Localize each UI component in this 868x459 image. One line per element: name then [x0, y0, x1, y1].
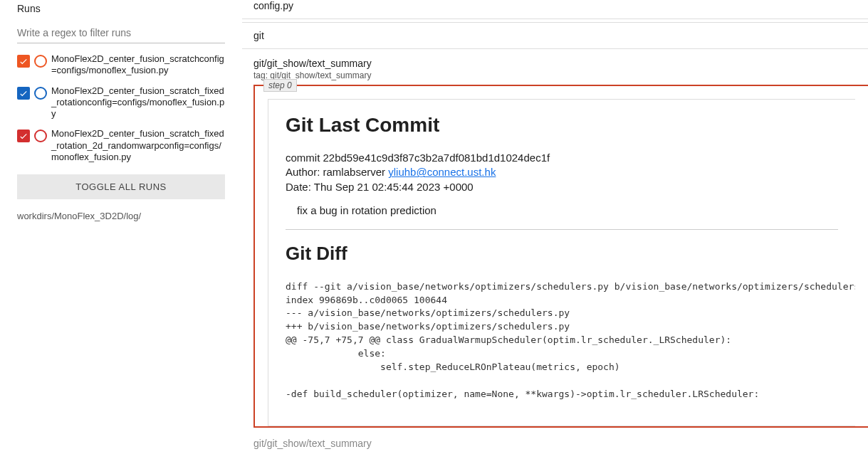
checkbox-icon[interactable] [17, 130, 30, 142]
runs-header: Runs [6, 0, 236, 14]
run-item: MonoFlex2D_center_fusion_scratch_fixed_r… [6, 81, 236, 125]
tag-title: git/git_show/text_summary [242, 52, 868, 70]
tag-subtitle: tag: git/git_show/text_summary [242, 70, 868, 85]
git-commit-heading: Git Last Commit [286, 114, 838, 137]
text-summary-card: step 0 Git Last Commit commit 22bd59e41c… [253, 85, 868, 428]
next-tag-title: git/git_show/text_summary [242, 433, 868, 449]
category-config[interactable]: config.py [242, 0, 868, 19]
card-content: Git Last Commit commit 22bd59e41c9d3f87c… [268, 99, 855, 426]
checkbox-icon[interactable] [17, 55, 30, 68]
category-git[interactable]: git [242, 22, 868, 49]
sidebar: Runs MonoFlex2D_center_fusion_scratchcon… [0, 0, 242, 459]
radio-icon[interactable] [34, 87, 47, 100]
run-label[interactable]: MonoFlex2D_center_fusion_scratch_fixed_r… [51, 85, 225, 120]
toggle-all-runs-button[interactable]: TOGGLE ALL RUNS [17, 174, 225, 199]
run-item: MonoFlex2D_center_fusion_scratchconfig=c… [6, 49, 236, 81]
diff-content: diff --git a/vision_base/networks/optimi… [286, 280, 838, 401]
commit-author: Author: ramlabserver yliuhb@connect.ust.… [286, 165, 838, 179]
workdir-path: workdirs/MonoFlex_3D2D/log/ [6, 208, 236, 224]
commit-message: fix a bug in rotation prediction [286, 194, 838, 226]
separator [286, 229, 838, 230]
commit-hash: commit 22bd59e41c9d3f87c3b2a7df081bd1d10… [286, 151, 838, 165]
run-label[interactable]: MonoFlex2D_center_fusion_scratchconfig=c… [51, 53, 225, 77]
main-panel: config.py git git/git_show/text_summary … [242, 0, 868, 459]
step-chip: step 0 [263, 79, 297, 92]
filter-runs-input[interactable] [17, 23, 225, 43]
git-diff-heading: Git Diff [286, 243, 838, 265]
run-item: MonoFlex2D_center_fusion_scratch_fixed_r… [6, 124, 236, 167]
radio-icon[interactable] [34, 55, 47, 68]
radio-icon[interactable] [34, 130, 47, 142]
author-email-link[interactable]: yliuhb@connect.ust.hk [388, 166, 496, 178]
checkbox-icon[interactable] [17, 87, 30, 100]
run-label[interactable]: MonoFlex2D_center_fusion_scratch_fixed_r… [51, 128, 225, 163]
commit-date: Date: Thu Sep 21 02:45:44 2023 +0000 [286, 180, 838, 194]
